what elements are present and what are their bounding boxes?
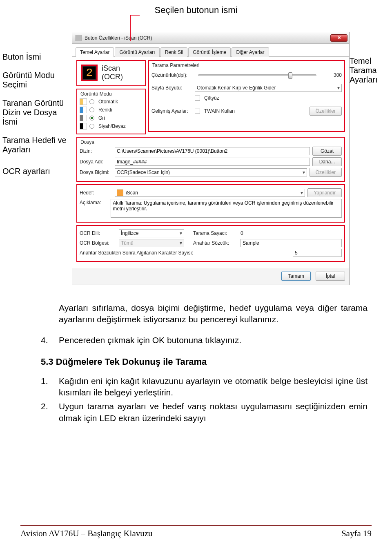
titlebar: Buton Özellikleri - iScan (OCR) ✕ xyxy=(72,32,349,44)
list-item: 2. Uygun tarama ayarları ve hedef varış … xyxy=(41,401,368,424)
page-size-value: Otomatik Kenar Kırp ve Eğrilik Gider xyxy=(197,84,276,91)
format-value: OCR(Sadece iScan için) xyxy=(117,169,170,176)
section-heading: 5.3 Düğmelere Tek Dokunuş ile Tarama xyxy=(41,356,368,368)
close-icon: ✕ xyxy=(337,35,341,40)
radio-renkli-label: Renkli xyxy=(98,107,112,113)
tabstrip: Temel Ayarlar Görüntü Ayarları Renk Sil … xyxy=(72,44,349,57)
radio-gri[interactable] xyxy=(89,116,94,120)
file-group-label: Dosya xyxy=(80,139,342,145)
left-annotations: Buton İsmi Görüntü Modu Seçimi Taranan G… xyxy=(2,18,72,185)
item4-number: 4. xyxy=(41,335,59,346)
iscan-icon xyxy=(117,190,123,196)
annotation-selected-button-name: Seçilen butonun ismi xyxy=(0,0,392,16)
resolution-label: Çözünürlük(dpi): xyxy=(151,72,192,78)
group-ocr: OCR Dili: İngilizce Tarama Sayacı: 0 OCR… xyxy=(76,225,345,262)
filename-label: Dosya Adı: xyxy=(80,159,112,165)
slider-thumb[interactable] xyxy=(288,72,292,79)
page-size-label: Sayfa Boyutu: xyxy=(151,85,192,91)
configure-button[interactable]: Yapılandır xyxy=(307,188,342,197)
footer-left: Avision AV176U – Başlangıç Klavuzu xyxy=(20,529,153,539)
button-name-text: iScan (OCR) xyxy=(102,64,141,81)
properties-button[interactable]: Özellikler xyxy=(310,107,342,116)
annotation-ocr: OCR ayarları xyxy=(2,167,72,176)
page-footer: Avision AV176U – Başlangıç Klavuzu Sayfa… xyxy=(20,525,372,539)
list-num-1: 1. xyxy=(41,375,59,399)
annotation-basic-scan-settings: Temel Tarama Ayarları xyxy=(350,56,386,85)
color-mode-icon xyxy=(80,107,87,113)
group-scan-parameters: Tarama Parametreleri Çözünürlük(dpi): 30… xyxy=(148,60,345,132)
group-button-name: 2 iScan (OCR) xyxy=(76,60,146,86)
dialog-window: Buton Özellikleri - iScan (OCR) ✕ Temel … xyxy=(72,32,350,285)
auto-mode-icon xyxy=(80,98,87,105)
duplex-checkbox[interactable] xyxy=(195,96,200,101)
more-button[interactable]: Daha... xyxy=(312,157,342,166)
radio-gri-label: Gri xyxy=(98,115,105,121)
tab-goruntu-ayarlari[interactable]: Görüntü Ayarları xyxy=(115,47,159,57)
twain-checkbox[interactable] xyxy=(195,109,200,114)
image-mode-label: Görüntü Modu xyxy=(80,91,143,97)
gray-mode-icon xyxy=(80,115,87,121)
body-text: Ayarları sıfırlama, dosya biçimi değişti… xyxy=(0,285,392,424)
annotation-button-name: Buton İsmi xyxy=(2,52,72,62)
dir-label: Dizin: xyxy=(80,148,112,154)
annotation-file: Taranan Görüntü Dizin ve Dosya İsmi xyxy=(2,98,72,127)
browse-button[interactable]: Gözat xyxy=(312,147,342,156)
group-file: Dosya Dizin: Gözat Dosya Adı: Daha... Do… xyxy=(76,137,345,182)
format-select[interactable]: OCR(Sadece iScan için) xyxy=(115,168,307,176)
radio-siyah-beyaz[interactable] xyxy=(89,124,94,129)
filename-input[interactable] xyxy=(115,158,310,166)
page-size-select[interactable]: Otomatik Kenar Kırp ve Eğrilik Gider xyxy=(195,84,342,92)
duplex-label: Çiftyüz xyxy=(204,95,219,101)
list-num-2: 2. xyxy=(41,401,59,424)
chars-after-input[interactable] xyxy=(293,249,342,257)
cancel-button[interactable]: İptal xyxy=(316,272,345,281)
twain-label: TWAIN Kullan xyxy=(204,108,307,114)
desc-label: Açıklama: xyxy=(80,199,108,205)
annotation-image-mode: Görüntü Modu Seçimi xyxy=(2,71,72,89)
dialog-footer: Tamam İptal xyxy=(72,268,349,285)
tab-diger-ayarlar[interactable]: Diğer Ayarlar xyxy=(232,47,269,57)
scan-count-value: 0 xyxy=(241,230,342,236)
ocr-zone-value: Tümü xyxy=(121,239,134,247)
hedef-value: iScan xyxy=(126,189,138,196)
ocr-lang-label: OCR Dili: xyxy=(80,230,116,236)
keyword-label: Anahtar Sözcük: xyxy=(193,240,238,246)
hedef-select[interactable]: iScan xyxy=(115,189,305,197)
keyword-input[interactable] xyxy=(241,239,342,247)
right-annotations: Temel Tarama Ayarları xyxy=(350,18,386,85)
window-title: Buton Özellikleri - iScan (OCR) xyxy=(85,35,152,41)
tab-temel-ayarlar[interactable]: Temel Ayarlar xyxy=(76,47,114,57)
radio-otomatik-label: Otomatik xyxy=(98,99,118,105)
list-text-1: Kağıdın eni için kağıt kılavuzunu ayarla… xyxy=(59,375,368,399)
ocr-lang-select[interactable]: İngilizce xyxy=(119,229,184,237)
scan-params-label: Tarama Parametreleri xyxy=(151,62,342,68)
body-paragraph: Ayarları sıfırlama, dosya biçimi değişti… xyxy=(41,302,368,326)
footer-right: Sayfa 19 xyxy=(341,529,372,539)
close-button[interactable]: ✕ xyxy=(330,34,347,42)
tab-goruntu-isleme[interactable]: Görüntü İşleme xyxy=(188,47,231,57)
resolution-slider[interactable] xyxy=(198,74,316,76)
format-label: Dosya Biçimi: xyxy=(80,170,112,175)
format-properties-button[interactable]: Özellikler xyxy=(310,168,342,177)
ok-button[interactable]: Tamam xyxy=(281,272,311,281)
scan-count-label: Tarama Sayacı: xyxy=(193,230,238,236)
desc-textarea[interactable]: Akıllı Tarama: Uygulama içerisine, taran… xyxy=(111,199,342,218)
list-text-2: Uygun tarama ayarları ve hedef varış nok… xyxy=(59,401,368,424)
advanced-label: Gelişmiş Ayarlar: xyxy=(151,108,192,114)
ocr-zone-select[interactable]: Tümü xyxy=(119,239,184,247)
list-item: 1. Kağıdın eni için kağıt kılavuzunu aya… xyxy=(41,375,368,399)
radio-siyah-beyaz-label: Siyah/Beyaz xyxy=(98,123,126,129)
radio-renkli[interactable] xyxy=(89,107,94,112)
radio-otomatik[interactable] xyxy=(89,99,94,104)
ocr-zone-label: OCR Bölgesi: xyxy=(80,240,116,246)
group-image-mode: Görüntü Modu Otomatik Renkli Gri Siyah/B… xyxy=(76,89,146,134)
app-icon xyxy=(76,35,82,41)
hedef-label: Hedef: xyxy=(80,190,112,196)
group-target: Hedef: iScan Yapılandır Açıklama: Akıllı… xyxy=(76,184,345,223)
bw-mode-icon xyxy=(80,123,87,129)
dir-input[interactable] xyxy=(115,147,310,155)
resolution-value: 300 xyxy=(322,72,342,78)
tab-panel: 2 iScan (OCR) Görüntü Modu Otomatik Renk… xyxy=(72,57,349,268)
tab-renk-sil[interactable]: Renk Sil xyxy=(160,47,188,57)
button-number-icon: 2 xyxy=(81,65,98,81)
